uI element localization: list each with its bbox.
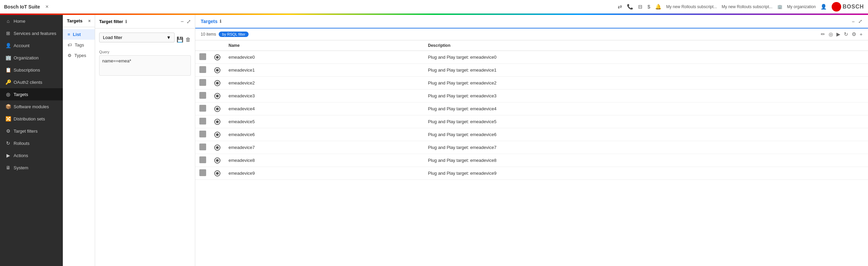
- app-name: Bosch IoT Suite: [4, 4, 40, 10]
- table-row[interactable]: emeadevice3 Plug and Play target: emeade…: [195, 90, 868, 102]
- row-name: emeadevice0: [224, 51, 424, 64]
- table-row[interactable]: emeadevice6 Plug and Play target: emeade…: [195, 128, 868, 141]
- brand-name: BOSCH: [843, 4, 864, 10]
- bell-icon[interactable]: 🔔: [655, 4, 662, 10]
- row-checkbox-cell: [195, 128, 210, 141]
- subscription-text[interactable]: My new Rollouts subscript...: [722, 4, 772, 9]
- row-checkbox[interactable]: [199, 92, 206, 99]
- row-description: Plug and Play target: emeadevice0: [424, 51, 868, 64]
- sidebar-item-organization[interactable]: 🏢 Organization: [0, 52, 63, 64]
- row-checkbox[interactable]: [199, 169, 206, 176]
- row-radio[interactable]: [214, 170, 220, 176]
- query-box[interactable]: name==emea*: [99, 55, 191, 76]
- sidebar-item-software[interactable]: 📦 Software modules: [0, 100, 63, 113]
- org-text[interactable]: My organization: [787, 4, 816, 9]
- row-checkbox[interactable]: [199, 79, 206, 86]
- targets-count-area: 10 items by RSQL filter: [201, 32, 249, 37]
- filter-info-icon[interactable]: ℹ: [125, 19, 127, 24]
- add-icon[interactable]: +: [860, 31, 863, 37]
- settings-icon[interactable]: ⚙: [852, 31, 856, 37]
- table-row[interactable]: emeadevice9 Plug and Play target: emeade…: [195, 167, 868, 180]
- sidebar-item-label-system: System: [14, 165, 28, 170]
- org-icon[interactable]: 🏢: [777, 4, 782, 9]
- load-filter-dropdown[interactable]: Load filter ▼: [99, 33, 175, 42]
- row-radio[interactable]: [214, 67, 220, 73]
- play-icon[interactable]: ▶: [836, 31, 840, 37]
- sub-nav-tags[interactable]: 🏷 Tags: [63, 40, 95, 50]
- sub-nav-types[interactable]: ⚙ Types: [63, 50, 95, 61]
- sidebar-item-label-subscriptions: Subscriptions: [14, 68, 40, 73]
- filter-badge[interactable]: by RSQL filter: [219, 32, 249, 37]
- sidebar-item-rollouts[interactable]: ↻ Rollouts: [0, 137, 63, 149]
- targets-list-expand-icon[interactable]: ⤢: [858, 18, 863, 24]
- target-icon[interactable]: ◎: [829, 31, 833, 37]
- filter-expand-icon[interactable]: ⤢: [186, 18, 191, 25]
- table-row[interactable]: emeadevice4 Plug and Play target: emeade…: [195, 102, 868, 115]
- table-row[interactable]: emeadevice8 Plug and Play target: emeade…: [195, 154, 868, 167]
- sidebar-item-account[interactable]: 👤 Account: [0, 39, 63, 52]
- row-checkbox-cell: [195, 167, 210, 180]
- row-radio[interactable]: [214, 132, 220, 138]
- targets-panel-close[interactable]: ×: [88, 18, 91, 23]
- row-radio[interactable]: [214, 93, 220, 99]
- filter-panel-title-text: Target filter: [99, 19, 123, 24]
- delete-filter-icon[interactable]: 🗑: [185, 37, 191, 43]
- table-row[interactable]: emeadevice7 Plug and Play target: emeade…: [195, 141, 868, 154]
- row-radio-inner: [216, 146, 219, 149]
- row-checkbox[interactable]: [199, 105, 206, 112]
- targets-list-info-icon[interactable]: ℹ: [220, 19, 221, 24]
- sidebar-item-home[interactable]: ⌂ Home: [0, 15, 63, 27]
- sidebar-item-system[interactable]: 🖥 System: [0, 162, 63, 174]
- filter-minimize-icon[interactable]: −: [181, 19, 184, 25]
- table-row[interactable]: emeadevice5 Plug and Play target: emeade…: [195, 115, 868, 128]
- sidebar-item-services[interactable]: ⊞ Services and features: [0, 27, 63, 39]
- sidebar-item-oauth2[interactable]: 🔑 OAuth2 clients: [0, 76, 63, 88]
- subscription-label[interactable]: My new Rollouts subscript...: [666, 4, 717, 9]
- targets-list-minimize-icon[interactable]: −: [852, 19, 855, 24]
- user-icon[interactable]: 👤: [820, 4, 827, 10]
- edit-icon[interactable]: ✏: [821, 31, 825, 37]
- row-radio[interactable]: [214, 157, 220, 164]
- row-description: Plug and Play target: emeadevice8: [424, 154, 868, 167]
- targets-panel-title: Targets: [67, 18, 83, 23]
- filter-panel: Target filter ℹ − ⤢ Load filter ▼ 💾 🗑: [95, 15, 195, 266]
- refresh-icon[interactable]: ↻: [844, 31, 848, 37]
- table-row[interactable]: emeadevice1 Plug and Play target: emeade…: [195, 64, 868, 77]
- share-icon[interactable]: ⇄: [618, 4, 622, 10]
- topbar-close-icon[interactable]: ×: [46, 4, 49, 10]
- phone-icon[interactable]: 📞: [627, 4, 633, 10]
- table-row[interactable]: emeadevice2 Plug and Play target: emeade…: [195, 77, 868, 90]
- row-checkbox[interactable]: [199, 156, 206, 163]
- sidebar-item-distribution[interactable]: 🔀 Distribution sets: [0, 113, 63, 125]
- row-checkbox[interactable]: [199, 66, 206, 73]
- sidebar-item-actions[interactable]: ▶ Actions: [0, 149, 63, 162]
- sidebar-item-filters[interactable]: ⚙ Target filters: [0, 125, 63, 137]
- topbar-right: ⇄ 📞 ⊟ $ 🔔 My new Rollouts subscript... M…: [618, 2, 864, 12]
- row-radio[interactable]: [214, 106, 220, 112]
- sidebar-item-subscriptions[interactable]: 📋 Subscriptions: [0, 64, 63, 76]
- row-radio[interactable]: [214, 145, 220, 151]
- sub-nav-list[interactable]: ≡ List: [63, 29, 95, 40]
- row-checkbox-cell: [195, 141, 210, 154]
- row-radio-inner: [216, 82, 219, 84]
- table-head: Name Description: [195, 40, 868, 51]
- row-radio[interactable]: [214, 80, 220, 86]
- row-name: emeadevice5: [224, 115, 424, 128]
- list-icon: ≡: [68, 32, 70, 37]
- table-row[interactable]: emeadevice0 Plug and Play target: emeade…: [195, 51, 868, 64]
- sidebar-item-targets[interactable]: ◎ Targets: [0, 88, 63, 100]
- row-description: Plug and Play target: emeadevice5: [424, 115, 868, 128]
- filter-panel-actions: − ⤢: [181, 18, 191, 25]
- software-icon: 📦: [5, 104, 11, 109]
- row-radio[interactable]: [214, 54, 220, 60]
- row-checkbox[interactable]: [199, 118, 206, 125]
- row-checkbox-cell: [195, 90, 210, 102]
- row-checkbox[interactable]: [199, 53, 206, 60]
- save-filter-icon[interactable]: 💾: [177, 36, 183, 43]
- row-checkbox[interactable]: [199, 144, 206, 150]
- grid-icon[interactable]: ⊟: [638, 4, 643, 10]
- row-radio[interactable]: [214, 119, 220, 125]
- dollar-icon[interactable]: $: [647, 4, 650, 10]
- row-description: Plug and Play target: emeadevice3: [424, 90, 868, 102]
- row-checkbox[interactable]: [199, 131, 206, 137]
